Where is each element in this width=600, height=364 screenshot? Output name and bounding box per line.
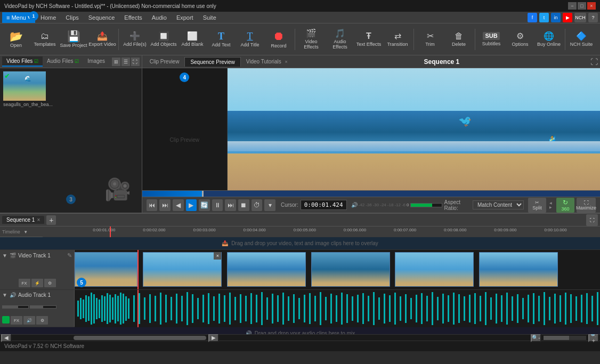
pause-button[interactable]: ⏸ [212, 199, 223, 211]
360-button[interactable]: ↻ 360 [556, 198, 574, 213]
add-objects-button[interactable]: 🔲 Add Objects [150, 25, 177, 54]
tab-video-files[interactable]: Video Files ☑ [2, 56, 43, 67]
tab-sequence-preview[interactable]: Sequence Preview [184, 57, 240, 67]
menu-item-export[interactable]: Export [172, 12, 198, 23]
menu-item-audio[interactable]: Audio [148, 12, 171, 23]
playback-speed-button[interactable]: ▾ [264, 199, 275, 211]
subtitles-button[interactable]: SUB Subtitles [477, 25, 505, 54]
audio-overlay-zone[interactable]: 🔊 Drag and drop your audio clips here to… [0, 327, 600, 334]
video-clip-2[interactable] [143, 252, 222, 287]
audio-balance-slider[interactable] [30, 305, 56, 309]
video-file-item[interactable]: ✔ 🌊 seagulls_on_the_bea... [3, 71, 139, 107]
video-effects-button[interactable]: 🎬 Video Effects [297, 25, 325, 54]
scroll-thumb[interactable] [74, 336, 206, 340]
timeline-expand-button[interactable]: ⛶ [586, 214, 598, 226]
close-button[interactable]: × [587, 2, 596, 10]
minimize-button[interactable]: − [568, 2, 577, 10]
scroll-right-button[interactable]: ▶ [208, 334, 219, 342]
audio-track-1-content[interactable] [75, 290, 600, 327]
add-blank-button[interactable]: ⬜ Add Blank [179, 25, 206, 54]
video-thumbnail[interactable]: ✔ 🌊 [3, 71, 46, 101]
timer-button[interactable]: ⏱ [252, 199, 263, 211]
options-button[interactable]: ⚙ Options [506, 25, 534, 54]
tab-images[interactable]: Images [83, 56, 109, 67]
video-settings-button[interactable]: ⚙ [44, 279, 56, 287]
youtube-icon[interactable]: ▶ [563, 13, 572, 22]
menu-item-suite[interactable]: Suite [199, 12, 221, 23]
linkedin-icon[interactable]: in [551, 13, 561, 22]
menu-item-sequence[interactable]: Sequence [84, 12, 119, 23]
aspect-ratio-select[interactable]: Match Content [473, 200, 524, 209]
audio-fx-button[interactable]: FX [11, 316, 22, 325]
volume-icon[interactable]: 🔊 [351, 202, 358, 208]
buy-online-button[interactable]: 🌐 Buy Online [535, 25, 563, 54]
video-clip-5[interactable] [395, 252, 474, 287]
audio-effects-button[interactable]: 🎵 Audio Effects [326, 25, 354, 54]
save-project-button[interactable]: 💾 Save Project [60, 25, 87, 54]
video-overlay-zone[interactable]: 📥 Drag and drop your video, text and ima… [0, 237, 600, 250]
export-video-button[interactable]: 📤 Export Video [88, 25, 116, 54]
loop-button[interactable]: 🔄 [199, 199, 210, 211]
nch-suite-button[interactable]: 🔷 NCH Suite [567, 25, 595, 54]
tab-video-tutorials[interactable]: Video Tutorials × [241, 57, 293, 66]
tab-clip-preview[interactable]: Clip Preview [144, 57, 185, 66]
trim-button[interactable]: ✂ Trim [416, 25, 444, 54]
video-track-1-content[interactable]: × 5 [75, 250, 600, 289]
video-tutorials-close[interactable]: × [285, 59, 288, 64]
media-view-icon[interactable]: ⊞ [112, 58, 120, 66]
add-sequence-button[interactable]: + [46, 215, 56, 225]
zoom-out-button[interactable]: 🔍- [531, 334, 541, 342]
rewind-button[interactable]: ◀ [173, 199, 184, 211]
seq-tab-1-close[interactable]: × [37, 217, 40, 223]
add-text-button[interactable]: T Add Text [207, 25, 235, 54]
zoom-in-button[interactable]: 🔍+ [588, 334, 599, 342]
menu-item-effects[interactable]: Effects [120, 12, 146, 23]
audio-settings-button[interactable]: ⚙ [36, 316, 48, 325]
transition-button[interactable]: ⇄ Transition [384, 25, 411, 54]
ruler-marks[interactable]: 0:00:01.000 0:00:02.000 0:00:03.000 0:00… [43, 227, 600, 237]
scroll-left-button[interactable]: ◀ [1, 334, 12, 342]
fullscreen-button[interactable]: ⛶ [590, 58, 598, 66]
delete-button[interactable]: 🗑 Delete [445, 25, 473, 54]
audio-volume-slider[interactable] [2, 305, 29, 309]
maximize-button[interactable]: □ [578, 2, 586, 10]
sequence-preview-area[interactable]: 🐦 🏄 [228, 68, 600, 190]
window-controls[interactable]: − □ × [568, 2, 596, 10]
record-button[interactable]: ⏺ Record [265, 25, 293, 54]
add-title-button[interactable]: T Add Title [236, 25, 264, 54]
split-button[interactable]: ✂ Split [528, 198, 546, 213]
media-list-icon[interactable]: ☰ [121, 58, 130, 66]
video-fx-button[interactable]: FX [19, 279, 30, 287]
menu-item-home[interactable]: Home [36, 12, 60, 23]
goto-start-button[interactable]: ⏮ [147, 199, 158, 211]
timeline-progress-handle[interactable] [202, 191, 204, 197]
text-effects-button[interactable]: Ŧ Text Effects [355, 25, 383, 54]
goto-end-button[interactable]: ⏹ [238, 199, 249, 211]
media-expand-icon[interactable]: ⛶ [131, 58, 140, 66]
twitter-icon[interactable]: t [539, 13, 549, 22]
nch-icon[interactable]: NCH [574, 13, 586, 22]
audio-vol-button[interactable]: 🔊 [23, 316, 35, 325]
help-icon[interactable]: ? [588, 13, 598, 22]
tab-audio-files[interactable]: Audio Files ☑ [43, 56, 83, 67]
play-button[interactable]: ▶ [186, 199, 197, 211]
video-clip-4[interactable] [311, 252, 390, 287]
maximize-button[interactable]: ⛶ Maximize [577, 198, 596, 213]
next-frame-button[interactable]: ⏭ [225, 199, 236, 211]
timeline-progress-bar[interactable] [142, 190, 600, 197]
add-files-button[interactable]: ➕ Add File(s) [121, 25, 149, 54]
video-motion-button[interactable]: ⚡ [31, 279, 43, 287]
video-clip-6[interactable] [479, 252, 558, 287]
menu-item-clips[interactable]: Clips [61, 12, 83, 23]
open-button[interactable]: 📂 Open [2, 25, 30, 54]
video-clip-3[interactable] [227, 252, 306, 287]
timeline-scroll[interactable]: ◀ ▶ 🔍- 🔍+ [0, 334, 600, 341]
video-track-collapse-icon[interactable]: ▼ [2, 253, 7, 258]
templates-button[interactable]: 🗂 Templates [31, 25, 59, 54]
prev-frame-button[interactable]: ⏭ [159, 199, 171, 211]
clip-1-close[interactable]: × [214, 252, 221, 260]
sequence-tab-1[interactable]: Sequence 1 × [2, 216, 44, 224]
video-track-edit-icon[interactable]: ✎ [67, 252, 72, 259]
facebook-icon[interactable]: f [528, 13, 537, 22]
audio-track-collapse-icon[interactable]: ▼ [2, 292, 7, 298]
